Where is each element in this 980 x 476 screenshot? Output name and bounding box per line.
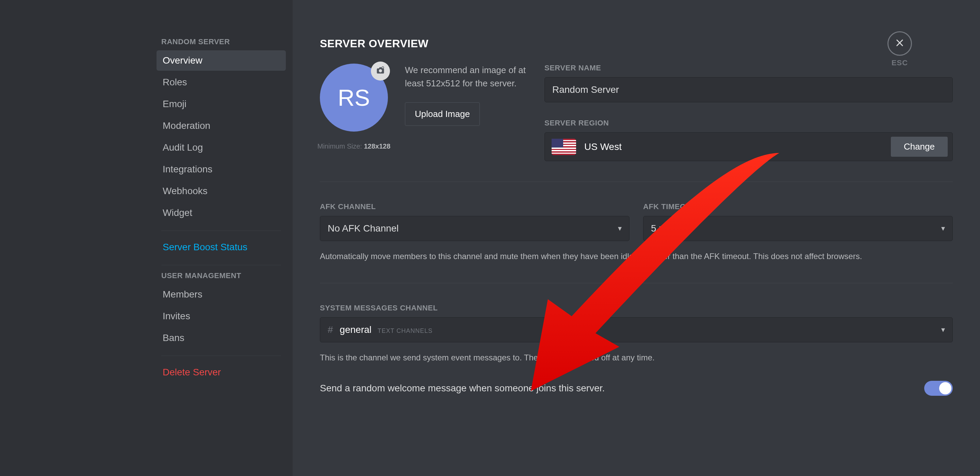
main-content: ESC SERVER OVERVIEW RS Minimum Size: 128… — [293, 0, 980, 476]
afk-help-text: Automatically move members to this chann… — [320, 250, 953, 262]
sidebar-item-webhooks[interactable]: Webhooks — [156, 181, 286, 201]
page-title: SERVER OVERVIEW — [320, 37, 953, 50]
system-channel-category: Text Channels — [378, 327, 433, 334]
system-channel-help: This is the channel we send system event… — [320, 351, 953, 364]
us-flag-icon — [552, 139, 576, 155]
avatar-initials: RS — [338, 84, 370, 111]
toggle-knob — [939, 382, 951, 394]
recommend-text: We recommend an image of at least 512x51… — [405, 63, 527, 90]
sidebar-item-delete-server[interactable]: Delete Server — [156, 362, 286, 382]
afk-timeout-label: AFK Timeout — [643, 202, 953, 211]
sidebar-item-roles[interactable]: Roles — [156, 72, 286, 92]
sidebar-item-label: Emoji — [163, 98, 186, 109]
sidebar-item-label: Moderation — [163, 121, 210, 131]
chevron-down-icon: ▾ — [618, 224, 622, 233]
server-region-label: Server Region — [544, 119, 953, 127]
sidebar-divider — [161, 355, 281, 356]
server-region-value: US West — [584, 141, 883, 152]
sidebar-divider — [161, 265, 281, 265]
afk-timeout-value: 5 minutes — [651, 223, 692, 234]
server-region-box: US West Change — [544, 132, 953, 161]
sidebar-item-label: Bans — [163, 333, 185, 343]
annotation-arrow — [517, 146, 789, 418]
sidebar-item-boost-status[interactable]: Server Boost Status — [156, 237, 286, 257]
sidebar-item-label: Delete Server — [163, 367, 221, 378]
upload-image-badge[interactable] — [371, 62, 390, 81]
chevron-down-icon: ▾ — [941, 224, 945, 233]
chevron-down-icon: ▾ — [941, 325, 945, 334]
change-region-button[interactable]: Change — [891, 137, 948, 157]
system-channel-label: System Messages Channel — [320, 304, 953, 313]
welcome-toggle-label: Send a random welcome message when someo… — [320, 383, 605, 394]
sidebar-item-label: Members — [163, 289, 202, 300]
sidebar-divider — [161, 230, 281, 231]
image-upload-icon — [375, 66, 385, 76]
afk-channel-value: No AFK Channel — [328, 223, 399, 234]
min-size-text: Minimum Size: 128x128 — [318, 143, 391, 150]
section-divider — [320, 283, 953, 283]
afk-channel-label: AFK Channel — [320, 202, 630, 211]
close-button[interactable] — [888, 31, 912, 56]
sidebar-item-label: Audit Log — [163, 142, 203, 153]
sidebar-item-emoji[interactable]: Emoji — [156, 94, 286, 114]
sidebar-item-label: Overview — [163, 55, 202, 66]
welcome-toggle[interactable] — [924, 381, 953, 396]
settings-sidebar: Random Server Overview Roles Emoji Moder… — [150, 0, 293, 476]
sidebar-user-mgmt-header: User Management — [156, 271, 286, 284]
sidebar-item-label: Webhooks — [163, 186, 208, 196]
sidebar-item-widget[interactable]: Widget — [156, 203, 286, 223]
sidebar-item-audit-log[interactable]: Audit Log — [156, 137, 286, 158]
close-icon — [895, 37, 904, 50]
sidebar-item-invites[interactable]: Invites — [156, 306, 286, 327]
sidebar-item-label: Invites — [163, 311, 190, 321]
sidebar-item-bans[interactable]: Bans — [156, 328, 286, 348]
server-name-input[interactable] — [544, 77, 953, 102]
sidebar-item-label: Integrations — [163, 164, 212, 175]
esc-label: ESC — [888, 59, 912, 67]
sidebar-server-header: Random Server — [156, 37, 286, 50]
afk-channel-select[interactable]: No AFK Channel ▾ — [320, 216, 630, 241]
sidebar-item-label: Widget — [163, 208, 192, 218]
sidebar-item-overview[interactable]: Overview — [156, 50, 286, 71]
hash-icon: # — [328, 324, 333, 335]
sidebar-item-moderation[interactable]: Moderation — [156, 116, 286, 136]
upload-image-button[interactable]: Upload Image — [405, 102, 480, 126]
afk-timeout-select[interactable]: 5 minutes ▾ — [643, 216, 953, 241]
system-channel-select[interactable]: # general Text Channels ▾ — [320, 317, 953, 343]
close-area: ESC — [888, 31, 912, 67]
sidebar-item-members[interactable]: Members — [156, 284, 286, 305]
server-avatar[interactable]: RS — [320, 63, 388, 132]
system-channel-name: general — [340, 324, 371, 335]
sidebar-item-label: Roles — [163, 77, 187, 87]
sidebar-item-label: Server Boost Status — [163, 242, 247, 252]
sidebar-item-integrations[interactable]: Integrations — [156, 159, 286, 179]
